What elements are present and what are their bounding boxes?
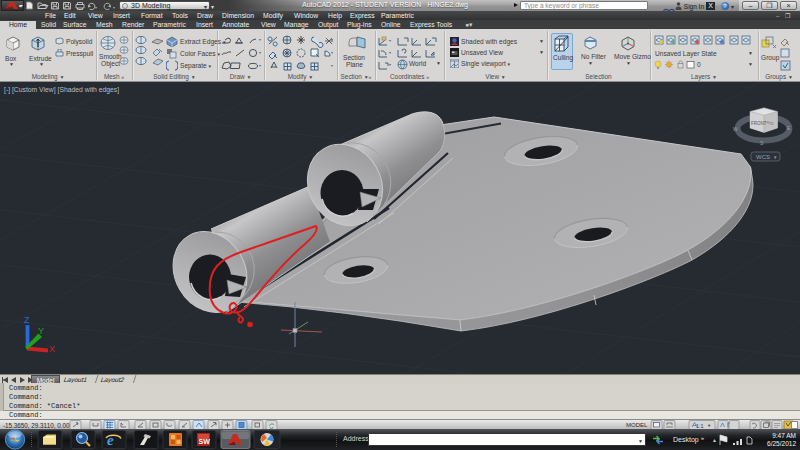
svg-text:e: e bbox=[107, 432, 114, 448]
svg-text:▾: ▾ bbox=[259, 50, 261, 55]
svg-text:W: W bbox=[733, 126, 738, 132]
svg-text:▾: ▾ bbox=[259, 63, 261, 68]
svg-text:▾: ▾ bbox=[389, 38, 391, 43]
svg-text:▾: ▾ bbox=[331, 50, 333, 55]
svg-text:▾: ▾ bbox=[95, 5, 100, 10]
svg-text:▾: ▾ bbox=[331, 37, 333, 42]
svg-text:WCS: WCS bbox=[756, 154, 770, 160]
svg-text:▾: ▾ bbox=[389, 50, 391, 55]
svg-text:X: X bbox=[49, 344, 55, 354]
svg-text:▾: ▾ bbox=[389, 62, 391, 67]
svg-text:SW: SW bbox=[199, 438, 211, 445]
svg-text:Z: Z bbox=[24, 315, 30, 325]
svg-text:1:1: 1:1 bbox=[696, 423, 704, 429]
svg-text:▾: ▾ bbox=[331, 63, 333, 68]
svg-text:Y: Y bbox=[38, 326, 44, 336]
svg-text:▾: ▾ bbox=[113, 5, 118, 10]
svg-text:▾: ▾ bbox=[259, 37, 261, 42]
svg-text:FRONT: FRONT bbox=[751, 121, 767, 126]
